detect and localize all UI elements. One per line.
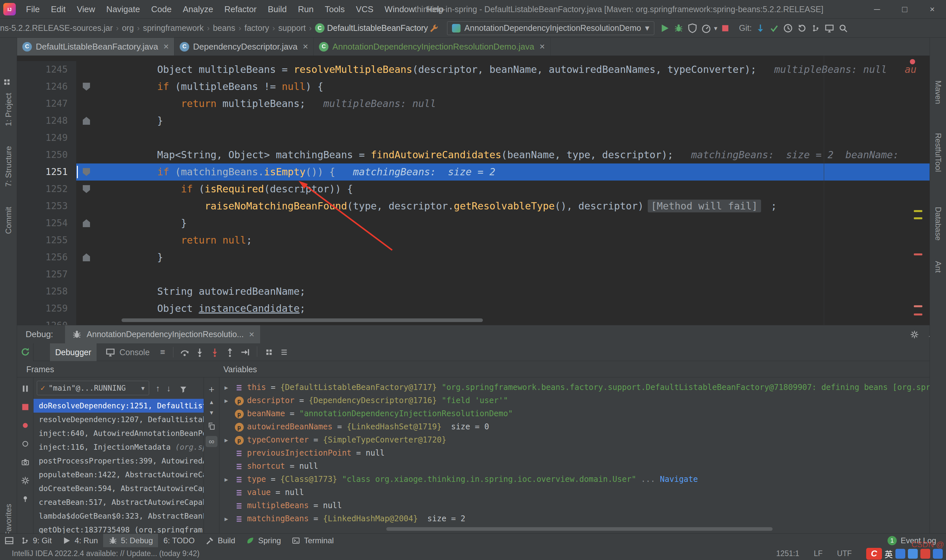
toolwindow-button-todo[interactable]: 6: TODO xyxy=(158,534,200,547)
git-commit-button[interactable] xyxy=(768,22,780,34)
expand-arrow-icon[interactable]: ▶ xyxy=(219,384,233,391)
file-encoding[interactable]: UTF xyxy=(837,549,852,558)
editor-tab[interactable]: CDefaultListableBeanFactory.java× xyxy=(17,38,174,55)
force-step-into-button[interactable] xyxy=(209,346,221,358)
caret-position[interactable]: 1251:1 xyxy=(776,549,799,558)
frame-row[interactable]: inject:640, AutowiredAnnotationBeanPost xyxy=(34,426,203,440)
breadcrumb-item[interactable]: org xyxy=(122,23,134,33)
tab-console[interactable]: Console xyxy=(99,343,155,361)
line-separator[interactable]: LF xyxy=(813,549,823,558)
project-icon[interactable] xyxy=(3,78,11,88)
variable-row[interactable]: ≡value = null xyxy=(219,486,929,499)
hamburger-icon[interactable]: ≡ xyxy=(160,347,165,357)
code-line-1248[interactable]: 1248 } xyxy=(17,112,929,129)
toolwindow-button-terminal[interactable]: Terminal xyxy=(286,534,339,547)
close-icon[interactable]: × xyxy=(249,329,254,340)
line-number[interactable]: 1260 xyxy=(17,317,76,325)
stripe-mark[interactable] xyxy=(914,305,922,307)
toolwindow-preview-button[interactable] xyxy=(823,22,835,34)
coverage-button[interactable] xyxy=(687,22,698,34)
stripe-ant[interactable]: Ant xyxy=(934,261,943,273)
stripe-mark[interactable] xyxy=(914,254,922,255)
git-update-button[interactable] xyxy=(755,22,766,34)
tab-debugger[interactable]: Debugger xyxy=(50,343,97,361)
line-number[interactable]: 1249 xyxy=(17,129,76,146)
variable-row[interactable]: ≡multipleBeans = null xyxy=(219,499,929,512)
gutter[interactable] xyxy=(76,78,99,95)
close-button[interactable]: × xyxy=(918,0,946,18)
line-number[interactable]: 1256 xyxy=(17,249,76,266)
menu-build[interactable]: Build xyxy=(262,0,292,19)
stripe-commit[interactable]: Commit xyxy=(4,207,13,234)
expand-arrow-icon[interactable]: ▶ xyxy=(219,476,233,483)
code-editor[interactable]: 1245 Object multipleBeans = resolveMulti… xyxy=(17,56,929,325)
debug-settings-icon[interactable] xyxy=(19,475,31,486)
line-number[interactable]: 1253 xyxy=(17,198,76,215)
git-history-button[interactable] xyxy=(782,22,794,34)
frame-row[interactable]: lambda$doGetBean$0:323, AbstractBeanF xyxy=(34,509,203,523)
stripe-mark[interactable] xyxy=(914,314,922,315)
variable-row[interactable]: pautowiredBeanNames = {LinkedHashSet@171… xyxy=(219,420,929,433)
variable-row[interactable]: pbeanName = "annotationDependencyInjecti… xyxy=(219,407,929,420)
breadcrumb-item[interactable]: factory xyxy=(244,23,269,33)
code-line-1258[interactable]: 1258 String autowiredBeanName; xyxy=(17,283,929,300)
code-line-1255[interactable]: 1255 return null; xyxy=(17,232,929,249)
code-line-1256[interactable]: 1256 } xyxy=(17,249,929,266)
rerun-button[interactable] xyxy=(19,346,31,358)
code-line-1251[interactable]: 1251 if (matchingBeans.isEmpty()) { matc… xyxy=(17,163,929,180)
pin-icon[interactable] xyxy=(19,493,31,505)
line-number[interactable]: 1251 xyxy=(17,163,76,180)
stripe-structure[interactable]: 7: Structure xyxy=(4,146,13,187)
stripe-restfultool[interactable]: RestfulTool xyxy=(934,133,943,172)
toolwindow-button-debug[interactable]: 5: Debug xyxy=(103,534,158,547)
stripe-mark[interactable] xyxy=(914,210,922,212)
filter-icon[interactable] xyxy=(177,383,189,395)
error-indicator[interactable] xyxy=(910,59,915,64)
code-line-1250[interactable]: 1250 Map<String, Object> matchingBeans =… xyxy=(17,146,929,163)
frame-row[interactable]: getObject:1837735498 (org.springfram xyxy=(34,523,203,534)
line-number[interactable]: 1255 xyxy=(17,232,76,249)
expand-arrow-icon[interactable]: ▶ xyxy=(219,515,233,522)
gutter[interactable] xyxy=(76,249,99,266)
arrow-down-icon[interactable]: ↓ xyxy=(166,383,171,395)
frame-row[interactable]: populateBean:1422, AbstractAutowireCap xyxy=(34,468,203,482)
breadcrumb-item[interactable]: support xyxy=(278,23,305,33)
variable-row[interactable]: ≡previousInjectionPoint = null xyxy=(219,446,929,460)
stop-debug-button[interactable] xyxy=(19,401,31,413)
stripe-project[interactable]: 1: Project xyxy=(4,93,13,126)
run-button[interactable] xyxy=(659,22,671,34)
code-line-1245[interactable]: 1245 Object multipleBeans = resolveMulti… xyxy=(17,61,929,78)
expand-arrow-icon[interactable]: ▶ xyxy=(219,437,233,443)
menu-vcs[interactable]: VCS xyxy=(350,0,379,19)
code-line-1254[interactable]: 1254 } xyxy=(17,215,929,232)
code-line-1253[interactable]: 1253 raiseNoMatchingBeanFound(type, desc… xyxy=(17,198,929,215)
editor-tab[interactable]: CDependencyDescriptor.java× xyxy=(174,38,314,55)
breadcrumb-class[interactable]: CDefaultListableBeanFactory xyxy=(315,23,428,33)
breadcrumb-item[interactable]: ns-5.2.2.RELEASE-sources.jar xyxy=(0,23,112,33)
close-tab-icon[interactable]: × xyxy=(303,42,308,52)
line-number[interactable]: 1247 xyxy=(17,95,76,112)
code-line-1246[interactable]: 1246 if (multipleBeans != null) { xyxy=(17,78,929,95)
line-number[interactable]: 1250 xyxy=(17,146,76,163)
mute-breakpoints-button[interactable] xyxy=(19,438,31,450)
search-everywhere-button[interactable] xyxy=(837,22,849,34)
breakpoints-button[interactable] xyxy=(19,420,31,431)
expand-arrow-icon[interactable]: ▶ xyxy=(219,397,233,404)
variable-row[interactable]: ▶pdescriptor = {DependencyDescriptor@171… xyxy=(219,394,929,407)
step-out-button[interactable] xyxy=(224,346,236,358)
breadcrumb-item[interactable]: beans xyxy=(213,23,235,33)
frame-row[interactable]: resolveDependency:1207, DefaultListable xyxy=(34,412,203,426)
git-rollback-button[interactable] xyxy=(796,22,808,34)
line-number[interactable]: 1252 xyxy=(17,180,76,198)
update-notification[interactable]: IntelliJ IDEA 2022.2.4 available: // Upd… xyxy=(12,549,200,558)
frame-row[interactable]: inject:116, InjectionMetadata (org.sprin… xyxy=(34,440,203,454)
line-number[interactable]: 1246 xyxy=(17,78,76,95)
gutter-fold-icon[interactable] xyxy=(83,254,90,261)
scroll-down-icon[interactable]: ▼ xyxy=(209,410,214,416)
stop-button[interactable] xyxy=(720,22,731,34)
code-line-1247[interactable]: 1247 return multipleBeans; multipleBeans… xyxy=(17,95,929,112)
editor-tab[interactable]: CAnnotationDependencyInjectionResolution… xyxy=(314,38,550,55)
toolwindow-button-build[interactable]: Build xyxy=(200,534,240,547)
line-number[interactable]: 1259 xyxy=(17,300,76,317)
gutter[interactable] xyxy=(76,215,99,232)
